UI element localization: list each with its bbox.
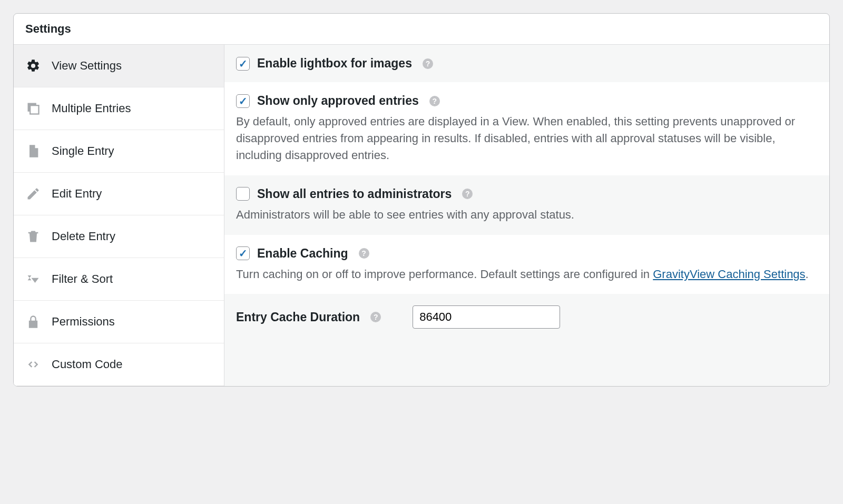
cache-duration-input[interactable] xyxy=(413,305,560,329)
help-icon[interactable]: ? xyxy=(359,248,369,259)
checkbox-enable-caching[interactable] xyxy=(236,246,250,260)
sidebar-item-label: Multiple Entries xyxy=(52,102,131,115)
sidebar-item-label: Edit Entry xyxy=(52,187,102,201)
desc-text: Turn caching on or off to improve perfor… xyxy=(236,268,653,281)
sidebar-item-multiple-entries[interactable]: Multiple Entries xyxy=(14,87,224,130)
panel-body: View Settings Multiple Entries Single En… xyxy=(14,45,829,386)
lock-icon xyxy=(25,314,41,330)
sidebar-item-single-entry[interactable]: Single Entry xyxy=(14,130,224,173)
field-enable-lightbox: Enable lightbox for images ? xyxy=(224,45,829,82)
field-label: Enable Caching xyxy=(257,246,348,261)
field-label: Enable lightbox for images xyxy=(257,56,412,71)
desc-text: . xyxy=(806,268,809,281)
sidebar-item-label: View Settings xyxy=(52,59,122,73)
sidebar-item-label: Filter & Sort xyxy=(52,272,113,286)
sidebar-item-filter-sort[interactable]: Filter & Sort xyxy=(14,258,224,301)
sort-icon xyxy=(25,271,41,287)
help-icon[interactable]: ? xyxy=(462,189,473,199)
field-description: By default, only approved entries are di… xyxy=(236,113,818,164)
field-show-only-approved: Show only approved entries ? By default,… xyxy=(224,82,829,175)
edit-icon xyxy=(25,186,41,202)
svg-rect-1 xyxy=(30,105,38,114)
field-description: Administrators will be able to see entri… xyxy=(236,206,818,223)
field-enable-caching: Enable Caching ? Turn caching on or off … xyxy=(224,235,829,294)
settings-panel: Settings View Settings Multiple Entries … xyxy=(13,13,830,387)
field-label: Entry Cache Duration xyxy=(236,310,360,324)
field-label: Show all entries to administrators xyxy=(257,187,452,201)
field-description: Turn caching on or off to improve perfor… xyxy=(236,266,818,283)
page-icon xyxy=(25,143,41,159)
settings-sidebar: View Settings Multiple Entries Single En… xyxy=(14,45,224,386)
help-icon[interactable]: ? xyxy=(429,96,440,106)
panel-title: Settings xyxy=(14,14,829,45)
help-icon[interactable]: ? xyxy=(370,312,381,322)
checkbox-show-only-approved[interactable] xyxy=(236,94,250,108)
sidebar-item-label: Single Entry xyxy=(52,144,114,158)
field-cache-duration: Entry Cache Duration ? xyxy=(224,294,829,340)
code-icon xyxy=(25,357,41,372)
help-icon[interactable]: ? xyxy=(423,58,433,69)
field-show-all-admin: Show all entries to administrators ? Adm… xyxy=(224,175,829,235)
sidebar-item-view-settings[interactable]: View Settings xyxy=(14,45,224,87)
gear-icon xyxy=(25,58,41,74)
field-label: Show only approved entries xyxy=(257,94,419,108)
checkbox-enable-lightbox[interactable] xyxy=(236,57,250,71)
sidebar-item-label: Custom Code xyxy=(52,358,123,371)
sidebar-item-delete-entry[interactable]: Delete Entry xyxy=(14,215,224,258)
sidebar-item-custom-code[interactable]: Custom Code xyxy=(14,343,224,386)
sidebar-item-edit-entry[interactable]: Edit Entry xyxy=(14,173,224,215)
sidebar-item-permissions[interactable]: Permissions xyxy=(14,301,224,343)
trash-icon xyxy=(25,229,41,244)
sidebar-item-label: Permissions xyxy=(52,315,115,329)
caching-settings-link[interactable]: GravityView Caching Settings xyxy=(653,268,805,281)
sidebar-item-label: Delete Entry xyxy=(52,230,115,243)
settings-content: Enable lightbox for images ? Show only a… xyxy=(224,45,829,386)
stack-icon xyxy=(25,101,41,116)
checkbox-show-all-admin[interactable] xyxy=(236,187,250,201)
